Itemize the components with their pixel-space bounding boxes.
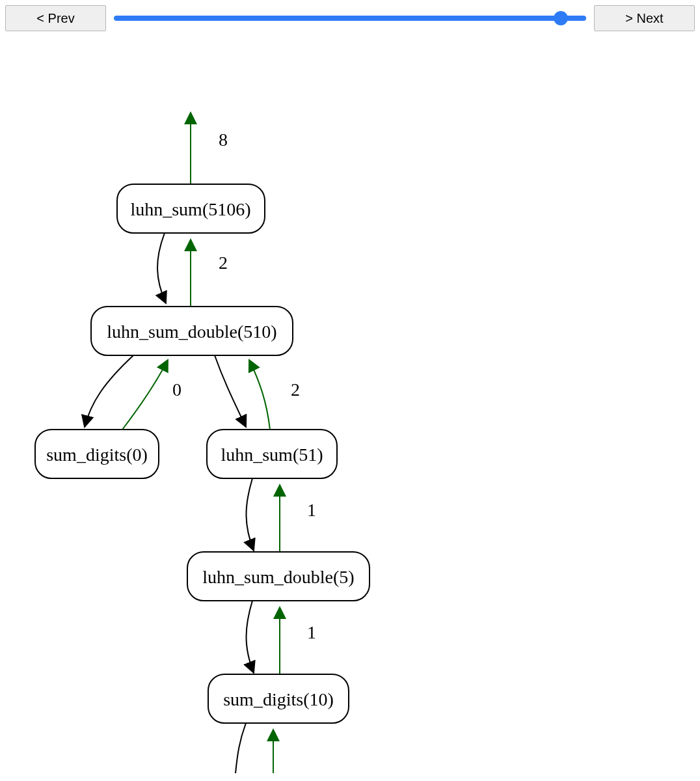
node-label-4: luhn_sum(51): [221, 445, 323, 465]
edge-label-top: 8: [219, 130, 228, 150]
edge-label-n6-n5: 1: [307, 622, 316, 642]
edge-label-n2-n1: 2: [219, 253, 228, 273]
prev-label: < Prev: [36, 11, 74, 26]
toolbar: < Prev > Next: [0, 0, 700, 31]
edge-return-n2-n1: 2: [191, 240, 228, 307]
node-sum-digits-0: sum_digits(0): [35, 430, 159, 478]
edge-return-top: 8: [191, 113, 228, 184]
node-luhn-sum-double-510: luhn_sum_double(510): [91, 307, 293, 355]
edge-return-n4-n2: 2: [249, 360, 300, 430]
edge-label-n5-n4: 1: [307, 500, 316, 520]
node-sum-digits-10: sum_digits(10): [208, 674, 349, 723]
edge-call-n2-n3: [85, 355, 133, 427]
edge-return-n6-n5: 1: [280, 607, 316, 674]
next-label: > Next: [625, 11, 663, 26]
edge-call-n5-n6: [246, 601, 254, 673]
node-luhn-sum-5106: luhn_sum(5106): [117, 184, 265, 233]
node-label-2: luhn_sum_double(510): [107, 322, 276, 342]
edge-label-n3-n2: 0: [172, 379, 182, 400]
next-button[interactable]: > Next: [594, 5, 695, 31]
node-label-3: sum_digits(0): [46, 445, 148, 465]
step-slider[interactable]: [114, 16, 586, 21]
node-luhn-sum-51: luhn_sum(51): [207, 430, 337, 478]
edge-call-n6-down: [236, 723, 246, 773]
node-label-6: sum_digits(10): [223, 689, 334, 709]
edge-label-n4-n2: 2: [291, 379, 300, 400]
call-tree-diagram: 8 luhn_sum(5106) 2 luhn_sum_double(510) …: [0, 31, 700, 781]
node-label-1: luhn_sum(5106): [130, 199, 250, 219]
node-label-5: luhn_sum_double(5): [202, 567, 354, 587]
prev-button[interactable]: < Prev: [5, 5, 106, 31]
edge-return-n5-n4: 1: [280, 485, 316, 552]
edge-call-n2-n4: [215, 355, 246, 427]
edge-call-n4-n5: [246, 478, 254, 551]
node-luhn-sum-double-5: luhn_sum_double(5): [187, 552, 370, 601]
edge-return-n3-n2: 0: [122, 360, 182, 430]
edge-call-n1-n2: [157, 233, 166, 303]
